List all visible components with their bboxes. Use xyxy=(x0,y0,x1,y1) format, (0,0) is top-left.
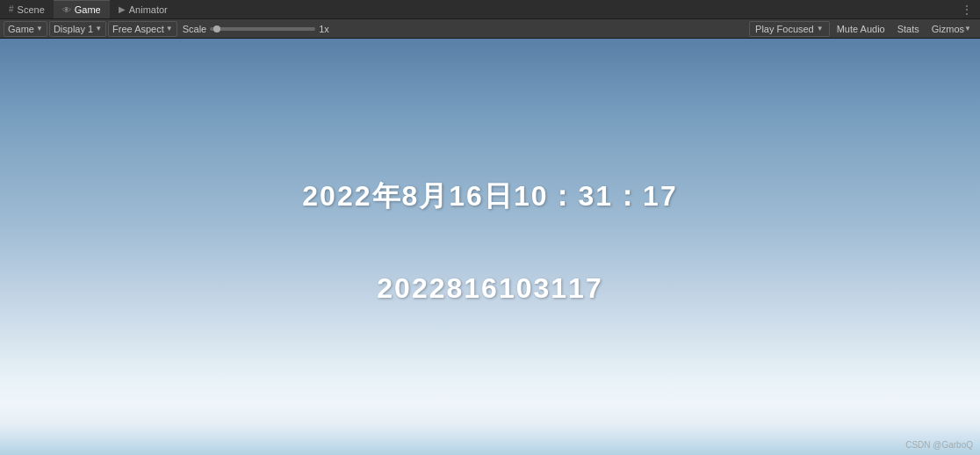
stats-label: Stats xyxy=(897,24,919,34)
horizon-haze xyxy=(0,402,980,455)
tab-animator-label: Animator xyxy=(129,4,168,15)
scale-slider[interactable] xyxy=(210,27,315,31)
aspect-dropdown-label: Free Aspect xyxy=(112,24,164,34)
tab-scene[interactable]: # Scene xyxy=(0,0,54,18)
mute-audio-button[interactable]: Mute Audio xyxy=(832,21,890,37)
toolbar: Game ▼ Display 1 ▼ Free Aspect ▼ Scale 1… xyxy=(0,19,980,39)
game-icon: 👁 xyxy=(62,5,71,15)
scale-label: Scale xyxy=(183,24,207,34)
scale-container: Scale 1x xyxy=(179,24,333,34)
game-viewport: 2022年8月16日10：31：17 2022816103117 CSDN @G… xyxy=(0,39,980,455)
play-focused-button[interactable]: Play Focused ▼ xyxy=(749,21,830,37)
tab-game-label: Game xyxy=(75,4,101,15)
scale-value: 1x xyxy=(319,24,329,34)
tab-game[interactable]: 👁 Game xyxy=(54,0,110,18)
animator-icon: ▶ xyxy=(119,4,126,14)
play-focused-label: Play Focused xyxy=(755,24,814,34)
game-dropdown-label: Game xyxy=(8,24,34,34)
display-dropdown[interactable]: Display 1 ▼ xyxy=(49,21,106,37)
sky-gradient xyxy=(0,39,980,455)
toolbar-right: Play Focused ▼ Mute Audio Stats Gizmos ▼ xyxy=(749,21,976,37)
gizmos-button[interactable]: Gizmos ▼ xyxy=(926,21,976,37)
display-dropdown-label: Display 1 xyxy=(54,24,93,34)
tab-more-button[interactable]: ⋮ xyxy=(954,0,980,18)
stats-button[interactable]: Stats xyxy=(892,21,925,37)
game-dropdown[interactable]: Game ▼ xyxy=(4,21,47,37)
play-focused-arrow: ▼ xyxy=(817,25,824,32)
scene-icon: # xyxy=(9,4,14,14)
gizmos-arrow: ▼ xyxy=(964,25,971,32)
aspect-dropdown[interactable]: Free Aspect ▼ xyxy=(108,21,177,37)
tab-scene-label: Scene xyxy=(18,4,45,15)
datetime-formatted-text: 2022年8月16日10：31：17 xyxy=(302,177,677,216)
gizmos-label: Gizmos xyxy=(932,24,964,34)
game-dropdown-arrow: ▼ xyxy=(36,25,43,32)
datetime-numeric-text: 2022816103117 xyxy=(377,272,602,305)
tab-animator[interactable]: ▶ Animator xyxy=(110,0,177,18)
aspect-dropdown-arrow: ▼ xyxy=(166,25,173,32)
watermark-text: CSDN @GarboQ xyxy=(905,440,973,450)
display-dropdown-arrow: ▼ xyxy=(95,25,102,32)
scale-handle xyxy=(213,25,220,32)
mute-audio-label: Mute Audio xyxy=(837,24,885,34)
tab-bar: # Scene 👁 Game ▶ Animator ⋮ xyxy=(0,0,980,19)
